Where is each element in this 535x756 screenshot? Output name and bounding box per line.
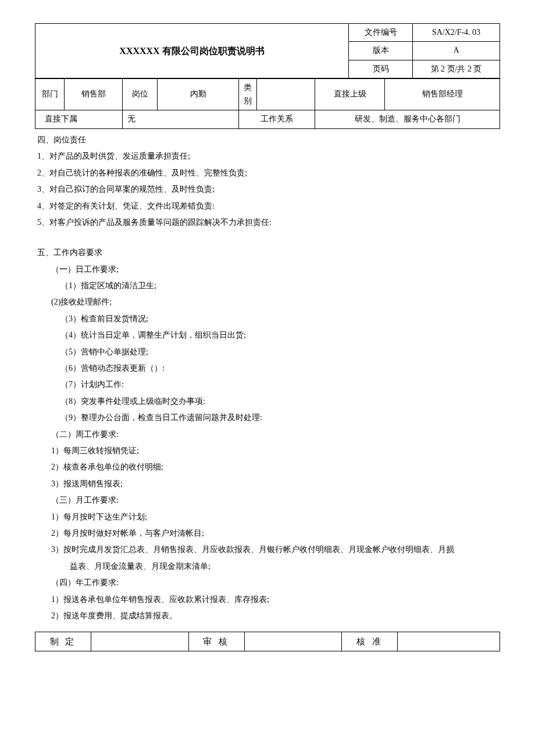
daily-item: （8）突发事件处理或上级临时交办事项: xyxy=(37,395,498,408)
daily-item: （5）营销中心单据处理; xyxy=(37,346,498,359)
daily-title: （一）日工作要求; xyxy=(37,263,498,276)
category-label: 类别 xyxy=(239,79,257,110)
relation-label: 工作关系 xyxy=(239,110,315,128)
section4-title: 四、岗位责任 xyxy=(37,134,498,146)
monthly-title: （三）月工作要求: xyxy=(37,494,498,507)
yearly-item: 2）报送年度费用、提成结算报表。 xyxy=(37,610,498,622)
doc-no-value: SA/X2/F-4. 03 xyxy=(413,24,500,42)
version-value: A xyxy=(413,42,500,60)
page-value: 第 2 页/共 2 页 xyxy=(413,60,500,78)
section4-item: 3、对自己拟订的合同草案的规范性、及时性负责; xyxy=(37,183,498,196)
sign-make-label: 制 定 xyxy=(50,637,77,646)
header-table: XXXXXX 有限公司岗位职责说明书 文件编号 SA/X2/F-4. 03 版本… xyxy=(35,23,500,78)
daily-item: （1）指定区域的清洁卫生; xyxy=(37,280,498,292)
relation-value: 研发、制造、服务中心各部门 xyxy=(315,110,500,128)
sub-label: 直接下属 xyxy=(35,110,123,128)
section4-item: 1、对产品的及时供货、发运质量承担责任; xyxy=(37,150,498,163)
daily-item: (2)接收处理邮件; xyxy=(37,296,498,309)
sign-approve-label: 核 准 xyxy=(356,637,383,646)
monthly-item-line2: 益表、月现金流量表、月现金期末清单; xyxy=(37,560,498,573)
daily-item: （4）统计当日定单，调整生产计划，组织当日出货; xyxy=(37,329,498,342)
section5-title: 五、工作内容要求 xyxy=(37,246,498,259)
doc-title: XXXXXX 有限公司岗位职责说明书 xyxy=(35,24,349,78)
section4-item: 5、对客户投诉的产品及服务质量等问题的跟踪解决不力承担责任: xyxy=(37,216,498,229)
yearly-item: 1）报送各承包单位年销售报表、应收款累计报表、库存报表; xyxy=(37,593,498,606)
sign-approve-value xyxy=(398,632,500,651)
content-body: 四、岗位责任 1、对产品的及时供货、发运质量承担责任; 2、对自己统计的各种报表… xyxy=(35,134,500,622)
page-label: 页码 xyxy=(349,60,413,78)
sub-value: 无 xyxy=(123,110,239,128)
yearly-title: （四）年工作要求: xyxy=(37,576,498,589)
monthly-item: 2）每月按时做好对帐单，与客户对清帐目; xyxy=(37,527,498,540)
section4-item: 2、对自己统计的各种报表的准确性、及时性、完整性负责; xyxy=(37,167,498,180)
info-table: 部门 销售部 岗位 内勤 类别 直接上级 销售部经理 直接下属 无 工作关系 研… xyxy=(35,78,500,129)
weekly-item: 1）每周三收转报销凭证; xyxy=(37,445,498,457)
monthly-item: 1）每月按时下达生产计划; xyxy=(37,511,498,524)
sign-make-value xyxy=(91,632,188,651)
sign-table: 制 定 审 核 核 准 xyxy=(35,632,500,651)
doc-no-label: 文件编号 xyxy=(349,24,413,42)
post-value: 内勤 xyxy=(158,79,239,110)
weekly-item: 2）核查各承包单位的收付明细; xyxy=(37,461,498,474)
daily-item: （9）整理办公台面，检查当日工作遗留问题并及时处理: xyxy=(37,411,498,424)
monthly-item-line1: 3）按时完成月发货汇总表、月销售报表、月应收款报表、月银行帐户收付明细表、月现金… xyxy=(37,543,498,556)
dept-label: 部门 xyxy=(35,79,65,110)
section4-item: 4、对签定的有关计划、凭证、文件出现差错负责: xyxy=(37,200,498,213)
super-value: 销售部经理 xyxy=(385,79,500,110)
post-label: 岗位 xyxy=(123,79,158,110)
version-label: 版本 xyxy=(349,42,413,60)
daily-item: （6）营销动态报表更新（）: xyxy=(37,362,498,375)
dept-value: 销售部 xyxy=(65,79,123,110)
weekly-item: 3）报送周销售报表; xyxy=(37,478,498,490)
category-value xyxy=(257,79,315,110)
daily-item: （3）检查前日发货情况; xyxy=(37,313,498,325)
super-label: 直接上级 xyxy=(315,79,385,110)
weekly-title: （二）周工作要求: xyxy=(37,428,498,441)
sign-review-value xyxy=(244,632,342,651)
sign-review-label: 审 核 xyxy=(203,637,230,646)
daily-item: （7）计划内工作: xyxy=(37,378,498,391)
